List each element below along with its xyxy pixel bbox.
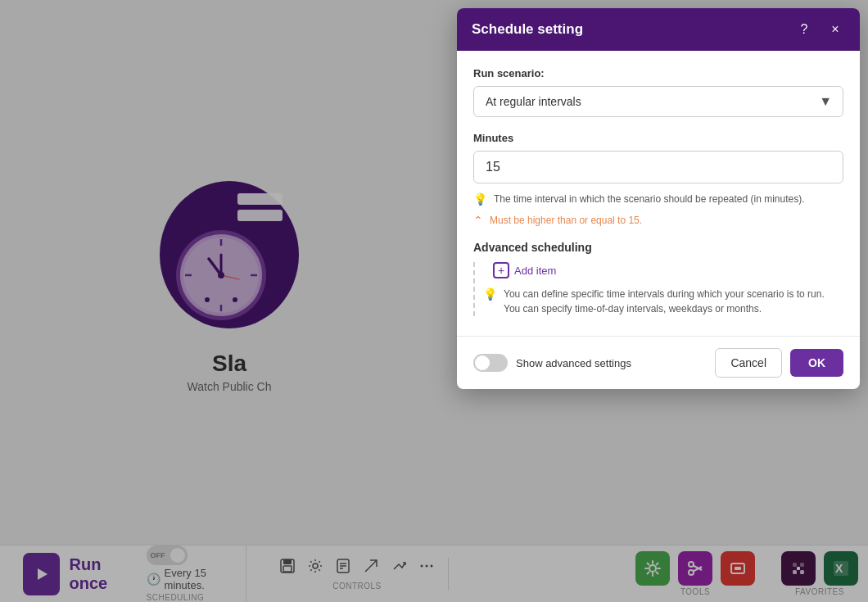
ok-button[interactable]: OK [790, 349, 843, 377]
advanced-info-text: You can define specific time intervals d… [504, 287, 843, 316]
show-advanced-toggle[interactable] [473, 354, 508, 372]
advanced-scheduling-section: Advanced scheduling + Add item 💡 You can… [473, 241, 843, 316]
modal-footer: Show advanced settings Cancel OK [457, 336, 860, 389]
modal-body: Run scenario: At regular intervals At a … [457, 51, 860, 336]
add-item-row: + Add item [483, 262, 843, 278]
warning-row: ⌃ Must be higher than or equal to 15. [473, 213, 843, 228]
run-scenario-wrapper: At regular intervals At a specific time … [473, 86, 843, 117]
info-row: 💡 The time interval in which the scenari… [473, 192, 843, 206]
show-advanced-label: Show advanced settings [516, 357, 631, 369]
add-item-label: Add item [514, 265, 556, 277]
toggle-switch-knob [475, 355, 490, 370]
footer-buttons: Cancel OK [715, 348, 843, 378]
advanced-dashed-container: + Add item 💡 You can define specific tim… [473, 262, 843, 316]
minutes-input[interactable] [473, 151, 843, 183]
info-text: The time interval in which the scenario … [494, 192, 805, 206]
add-item-icon: + [493, 262, 509, 278]
advanced-bulb-icon: 💡 [483, 287, 497, 301]
run-scenario-select[interactable]: At regular intervals At a specific time … [473, 86, 843, 117]
info-bulb-icon: 💡 [473, 192, 487, 206]
modal-close-button[interactable]: × [825, 20, 845, 39]
minutes-label: Minutes [473, 132, 843, 144]
advanced-info-row: 💡 You can define specific time intervals… [483, 287, 843, 316]
advanced-title: Advanced scheduling [473, 241, 843, 254]
cancel-button[interactable]: Cancel [715, 348, 782, 378]
modal-header: Schedule setting ? × [457, 8, 860, 51]
modal-title: Schedule setting [472, 21, 583, 38]
run-scenario-label: Run scenario: [473, 67, 843, 79]
warning-chevron-icon: ⌃ [473, 214, 483, 227]
add-item-button[interactable]: + Add item [493, 262, 556, 278]
show-advanced-row: Show advanced settings [473, 354, 631, 372]
modal-help-button[interactable]: ? [794, 20, 814, 39]
modal-header-actions: ? × [794, 20, 845, 39]
schedule-setting-modal: Schedule setting ? × Run scenario: At re… [457, 8, 860, 389]
warning-text: Must be higher than or equal to 15. [490, 213, 642, 228]
